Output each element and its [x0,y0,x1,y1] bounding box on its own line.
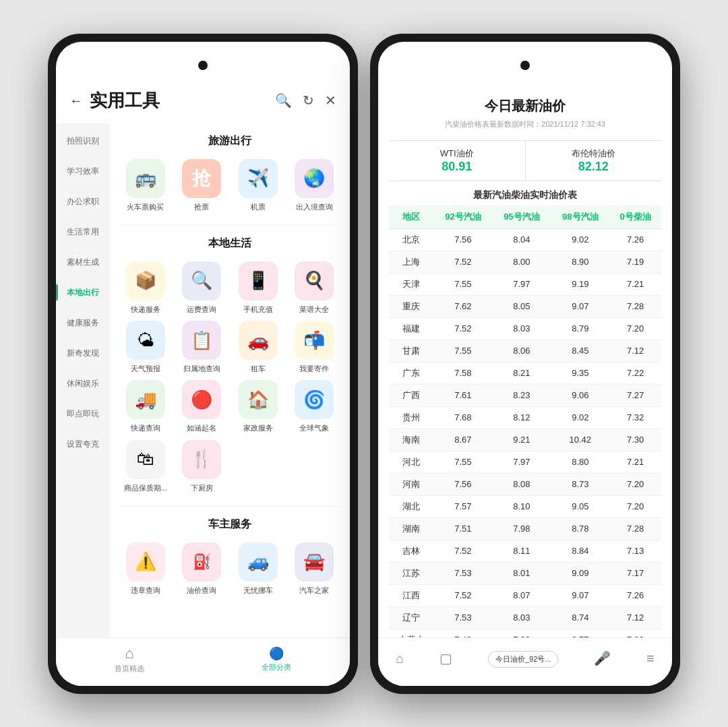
bottom-nav-all[interactable]: 🔵 全部分类 [262,646,291,672]
app-product[interactable]: 🛍 商品保质期... [121,440,171,493]
sidebar-item-study[interactable]: 学习效率 [56,156,110,187]
table-cell: 9.19 [551,273,609,295]
app-noworry[interactable]: 🚙 无忧挪车 [233,542,283,595]
app-weather[interactable]: 🌤 天气预报 [121,321,171,373]
mobile-label: 手机充值 [243,305,273,314]
table-cell: 贵州 [389,406,433,429]
table-cell: 8.11 [492,540,551,562]
table-cell: 7.21 [609,273,661,295]
border-icon: 🌏 [295,159,334,198]
wti-left-value: 80.91 [396,160,518,174]
table-cell: 8.03 [492,606,551,629]
table-cell: 7.17 [609,562,661,584]
sidebar-item-photo[interactable]: 拍照识别 [56,126,110,156]
train-label: 火车票购买 [127,202,164,212]
table-cell: 7.52 [433,251,492,273]
sidebar-item-settings[interactable]: 设置夸克 [56,429,110,460]
app-globe[interactable]: 🌀 全球气象 [290,380,340,433]
sidebar-item-material[interactable]: 素材生成 [56,247,110,278]
table-cell: 8.03 [492,317,551,340]
sidebar-item-health[interactable]: 健康服务 [56,308,110,338]
header: ← 实用工具 🔍 ↻ ✕ [56,89,350,123]
right-home-icon: ⌂ [396,651,404,666]
app-belong[interactable]: 📋 归属地查询 [177,321,227,373]
app-delivery[interactable]: 🚚 快递查询 [121,380,171,433]
app-kitchen[interactable]: 🍴 下厨房 [177,440,227,493]
wti-right: 布伦特油价 82.12 [526,141,662,181]
close-icon[interactable]: ✕ [325,92,336,108]
home-service-icon: 🏠 [239,380,278,419]
table-cell: 7.53 [433,606,492,629]
refresh-icon[interactable]: ↻ [303,92,314,108]
bottom-nav-home[interactable]: ⌂ 首页精选 [115,645,144,674]
sidebar-item-life[interactable]: 生活常用 [56,217,110,247]
wti-right-value: 82.12 [533,160,655,174]
sidebar-item-local[interactable]: 本地出行 [56,278,110,308]
table-cell: 8.74 [551,606,609,629]
app-express[interactable]: 📦 快递服务 [121,261,171,314]
table-row: 河北7.557.978.807.21 [389,451,661,473]
table-cell: 江西 [389,584,433,606]
app-train[interactable]: 🚌 火车票购买 [121,159,171,212]
table-cell: 8.07 [492,584,551,606]
col-95: 95号汽油 [492,206,551,229]
delivery-icon: 🚚 [126,380,165,419]
header-icons: 🔍 ↻ ✕ [275,92,336,108]
carhouse-icon: 🚘 [295,542,334,581]
app-carhouse[interactable]: 🚘 汽车之家 [290,542,340,595]
train-icon: 🚌 [126,159,165,198]
send-label: 我要寄件 [299,364,329,373]
right-nav-square[interactable]: ▢ [439,650,452,668]
sidebar: 拍照识别 学习效率 办公求职 生活常用 素材生成 本地出行 健康服务 新奇发现 … [56,123,110,637]
back-button[interactable]: ← [69,93,83,108]
app-mobile[interactable]: 📱 手机充值 [233,261,283,314]
oil-table[interactable]: 地区 92号汽油 95号汽油 98号汽油 0号柴油 北京7.568.049.02… [389,206,661,637]
right-nav-menu[interactable]: ≡ [646,651,655,668]
table-cell: 7.28 [609,517,661,540]
express-label: 快递服务 [131,305,160,314]
app-rent[interactable]: 🚗 租车 [233,321,283,373]
table-cell: 8.01 [492,562,551,584]
app-freight[interactable]: 🔍 运费查询 [177,261,227,314]
app-plane[interactable]: ✈️ 机票 [233,159,283,212]
search-icon[interactable]: 🔍 [275,92,292,108]
table-cell: 上海 [389,251,433,273]
right-nav-pill[interactable]: 今日油价_92号... [488,651,559,668]
name-icon: 🔴 [182,380,221,419]
table-cell: 7.26 [609,228,661,251]
oilprice-icon: ⛽ [182,542,221,581]
app-home-service[interactable]: 🏠 家政服务 [233,380,283,433]
table-cell: 9.05 [551,495,609,517]
all-nav-icon: 🔵 [269,646,284,661]
app-ticket[interactable]: 抢 抢票 [177,159,227,212]
table-row: 北京7.568.049.027.26 [389,228,661,251]
table-cell: 7.26 [609,584,661,606]
camera-dot-right [520,61,530,70]
table-cell: 10.42 [551,429,609,451]
home-nav-icon: ⌂ [125,645,133,662]
mobile-icon: 📱 [239,261,278,301]
table-cell: 9.35 [551,362,609,384]
right-nav-home[interactable]: ⌂ [396,651,404,668]
sidebar-item-discover[interactable]: 新奇发现 [56,338,110,369]
wti-left: WTI油价 80.91 [389,141,525,181]
app-send[interactable]: 📬 我要寄件 [290,321,340,373]
app-violation[interactable]: ⚠️ 违章查询 [121,542,171,595]
app-oilprice[interactable]: ⛽ 油价查询 [177,542,227,595]
app-name[interactable]: 🔴 如涵起名 [177,380,227,433]
right-nav-mic[interactable]: 🎤 [594,650,611,668]
app-border[interactable]: 🌏 出入境查询 [290,159,340,212]
table-cell: 7.99 [492,629,551,637]
table-cell: 8.80 [551,451,609,473]
express-icon: 📦 [126,261,165,301]
table-cell: 8.12 [492,406,551,429]
sidebar-item-office[interactable]: 办公求职 [56,187,110,217]
table-cell: 9.21 [492,429,551,451]
sidebar-item-leisure[interactable]: 休闲娱乐 [56,369,110,399]
belong-label: 归属地查询 [183,364,220,373]
table-row: 湖南7.517.988.787.28 [389,517,661,540]
right-bottom-nav: ⌂ ▢ 今日油价_92号... 🎤 ≡ [378,637,672,686]
table-cell: 7.30 [609,429,661,451]
app-recipe[interactable]: 🍳 菜谱大全 [290,261,340,314]
sidebar-item-instant[interactable]: 即点即玩 [56,399,110,429]
